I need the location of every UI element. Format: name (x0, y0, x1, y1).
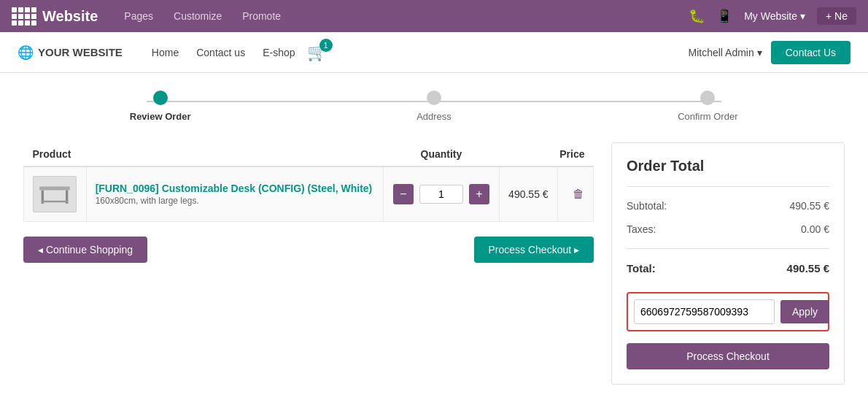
new-label: + Ne (826, 10, 848, 22)
grid-icon (12, 7, 36, 26)
cart-badge: 1 (319, 39, 333, 52)
nav-promote[interactable]: Promote (233, 7, 290, 25)
top-bar: Website Pages Customize Promote 🐛 📱 My W… (0, 0, 868, 32)
continue-shopping-button[interactable]: ◂ Continue Shopping (23, 237, 147, 263)
svg-rect-3 (42, 201, 69, 203)
site-nav-links: Home Contact us E-shop 🛒 1 (146, 43, 689, 62)
taxes-value: 0.00 € (801, 223, 829, 235)
coupon-input[interactable] (634, 299, 775, 324)
qty-control: − + (392, 184, 489, 204)
progress-steps: Review Order Address Confirm Order (23, 91, 845, 122)
site-logo: 🌐 YOUR WEBSITE (18, 45, 123, 61)
nav-customize[interactable]: Customize (165, 7, 230, 25)
step-label-1: Review Order (130, 111, 191, 122)
top-bar-nav: Pages Customize Promote (115, 7, 689, 25)
nav-contact-us[interactable]: Contact us (190, 44, 251, 61)
apply-coupon-button[interactable]: Apply (780, 300, 829, 323)
desk-svg (36, 180, 73, 209)
delete-item-button[interactable]: 🗑 (573, 188, 584, 201)
subtotal-label: Subtotal: (627, 200, 667, 212)
subtotal-row: Subtotal: 490.55 € (627, 194, 829, 218)
site-title: Website (42, 8, 98, 25)
grand-total-row: Total: 490.55 € (627, 256, 829, 280)
site-logo-text: YOUR WEBSITE (38, 46, 123, 58)
nav-eshop[interactable]: E-shop (257, 44, 301, 61)
qty-decrease-button[interactable]: − (393, 184, 414, 204)
col-price: Price (499, 142, 593, 166)
coupon-section: Apply (627, 292, 829, 331)
step-circle-3 (700, 91, 715, 105)
qty-increase-button[interactable]: + (469, 184, 489, 204)
cart-actions: ◂ Continue Shopping Process Checkout ▸ (23, 237, 594, 263)
admin-chevron-icon: ▾ (757, 47, 762, 58)
chevron-down-icon: ▾ (800, 10, 805, 22)
top-bar-logo: Website (12, 7, 98, 26)
step-label-3: Confirm Order (678, 111, 737, 122)
process-checkout-total-button[interactable]: Process Checkout (627, 343, 829, 369)
order-layout: Product Quantity Price (23, 142, 845, 385)
step-label-2: Address (416, 111, 452, 122)
taxes-label: Taxes: (627, 223, 656, 235)
table-row: [FURN_0096] Customizable Desk (CONFIG) (… (24, 166, 594, 222)
taxes-row: Taxes: 0.00 € (627, 218, 829, 241)
top-bar-right: 🐛 📱 My Website ▾ + Ne (689, 7, 856, 25)
my-website-dropdown[interactable]: My Website ▾ (744, 10, 805, 22)
site-nav: 🌐 YOUR WEBSITE Home Contact us E-shop 🛒 … (0, 32, 868, 73)
main-content: Review Order Address Confirm Order Produ… (0, 73, 868, 402)
svg-rect-0 (39, 187, 70, 191)
product-details-cell: [FURN_0096] Customizable Desk (CONFIG) (… (86, 166, 384, 222)
admin-label: Mitchell Admin (688, 47, 753, 58)
contact-us-button[interactable]: Contact Us (771, 41, 850, 64)
admin-dropdown[interactable]: Mitchell Admin ▾ (688, 47, 762, 58)
step-circle-2 (427, 91, 441, 105)
subtotal-value: 490.55 € (790, 200, 830, 212)
step-address: Address (297, 91, 570, 122)
qty-input[interactable] (419, 185, 463, 204)
order-total-section: Order Total Subtotal: 490.55 € Taxes: 0.… (611, 142, 845, 385)
product-image (33, 176, 77, 212)
cart-icon-wrap[interactable]: 🛒 1 (307, 43, 327, 62)
col-product: Product (24, 142, 384, 166)
site-nav-right: Mitchell Admin ▾ Contact Us (688, 41, 850, 64)
process-checkout-button[interactable]: Process Checkout ▸ (474, 237, 594, 263)
divider-1 (627, 186, 829, 187)
step-review-order: Review Order (23, 91, 297, 122)
col-quantity: Quantity (384, 142, 499, 166)
product-desc: 160x80cm, with large legs. (96, 196, 199, 206)
mobile-icon[interactable]: 📱 (716, 8, 732, 24)
total-label: Total: (627, 262, 656, 275)
step-confirm-order: Confirm Order (571, 91, 845, 122)
cart-section: Product Quantity Price (23, 142, 594, 263)
cart-table: Product Quantity Price (23, 142, 594, 222)
total-value: 490.55 € (787, 262, 829, 275)
bug-icon[interactable]: 🐛 (689, 8, 705, 24)
my-website-label: My Website (744, 10, 797, 22)
divider-2 (627, 248, 829, 249)
product-name: [FURN_0096] Customizable Desk (CONFIG) (… (96, 183, 375, 194)
product-image-cell (24, 166, 87, 222)
step-circle-1 (153, 91, 168, 105)
nav-home[interactable]: Home (146, 44, 185, 61)
nav-pages[interactable]: Pages (115, 7, 162, 25)
quantity-cell: − + (384, 166, 499, 222)
new-button[interactable]: + Ne (817, 7, 856, 25)
globe-icon: 🌐 (18, 45, 34, 61)
order-total-title: Order Total (627, 158, 829, 174)
delete-cell: 🗑 (557, 166, 593, 222)
price-cell: 490.55 € (499, 166, 557, 222)
